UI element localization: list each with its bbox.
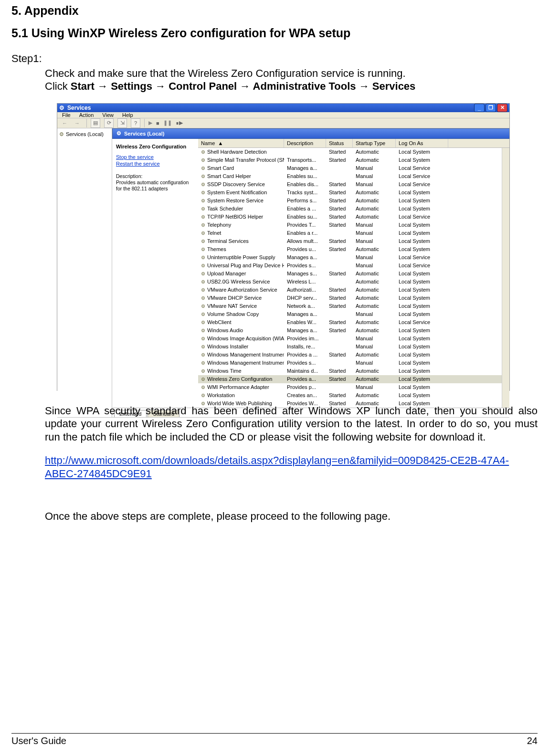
menu-action[interactable]: Action <box>79 112 94 118</box>
nav-prefix: Click <box>45 80 71 92</box>
list-header[interactable]: Name ▲ Description Status Startup Type L… <box>198 139 509 148</box>
window-title: Services <box>67 105 91 111</box>
service-row[interactable]: Volume Shadow CopyManages a...ManualLoca… <box>198 310 509 318</box>
menu-bar: File Action View Help <box>57 112 509 118</box>
footer-left: User's Guide <box>11 735 66 746</box>
nav-arrow-2: → <box>152 80 169 92</box>
minimize-button[interactable]: _ <box>474 104 485 112</box>
service-row[interactable]: Universal Plug and Play Device HostProvi… <box>198 262 509 270</box>
heading-appendix: 5. Appendix <box>11 4 538 18</box>
service-row[interactable]: TCP/IP NetBIOS HelperEnables su...Starte… <box>198 213 509 221</box>
patch-url-link[interactable]: http://www.microsoft.com/downloads/detai… <box>45 454 509 480</box>
col-startup[interactable]: Startup Type <box>353 139 396 147</box>
final-paragraph: Once the above steps are complete, pleas… <box>45 510 538 523</box>
menu-help[interactable]: Help <box>122 112 133 118</box>
service-row[interactable]: Windows TimeMaintains d...StartedAutomat… <box>198 367 509 375</box>
col-status[interactable]: Status <box>326 139 353 147</box>
tree-root-label: Services (Local) <box>66 131 104 137</box>
toolbar-stop-icon[interactable]: ■ <box>156 120 159 126</box>
service-row[interactable]: WorkstationCreates an...StartedAutomatic… <box>198 391 509 399</box>
service-row[interactable]: Terminal ServicesAllows mult...StartedMa… <box>198 237 509 245</box>
description-text: Provides automatic configuration for the… <box>116 179 194 192</box>
service-row[interactable]: Windows AudioManages a...StartedAutomati… <box>198 326 509 335</box>
gear-icon: ⚙ <box>116 130 121 136</box>
toolbar-restart-icon[interactable]: ∎▶ <box>176 120 183 126</box>
nav-arrow-4: → <box>356 80 372 92</box>
col-logon[interactable]: Log On As <box>396 139 448 147</box>
menu-view[interactable]: View <box>102 112 114 118</box>
toolbar-play-icon[interactable]: ▶ <box>148 120 152 126</box>
panel-header-label: Services (Local) <box>124 131 164 136</box>
service-row[interactable]: Smart CardManages a...ManualLocal Servic… <box>198 164 509 172</box>
menu-file[interactable]: File <box>62 112 71 118</box>
nav-admin: Administrative Tools <box>253 80 356 92</box>
nav-start: Start <box>71 80 95 92</box>
col-description[interactable]: Description <box>284 139 326 147</box>
nav-arrow-3: → <box>237 80 253 92</box>
toolbar: ← → ▤ ⟳ ⇲ ? ▶ ■ ❚❚ ∎▶ <box>57 118 509 128</box>
col-name[interactable]: Name ▲ <box>198 139 284 147</box>
tree-root-node[interactable]: ⚙Services (Local) <box>59 131 110 137</box>
service-row[interactable]: System Restore ServicePerforms s...Start… <box>198 197 509 205</box>
service-row[interactable]: Windows Management Instrumenta...Provide… <box>198 359 509 367</box>
service-row[interactable]: ThemesProvides u...StartedAutomaticLocal… <box>198 245 509 253</box>
update-paragraph: Since WPA security standard has been def… <box>45 404 538 444</box>
services-list[interactable]: Name ▲ Description Status Startup Type L… <box>198 139 509 408</box>
service-row[interactable]: Upload ManagerManages s...StartedAutomat… <box>198 270 509 278</box>
restart-service-link[interactable]: Restart the service <box>116 161 194 167</box>
detail-pane: Wireless Zero Configuration Stop the ser… <box>112 139 198 408</box>
gear-icon: ⚙ <box>59 131 64 137</box>
nav-settings: Settings <box>111 80 152 92</box>
toolbar-pause-icon[interactable]: ❚❚ <box>163 120 172 126</box>
selected-service-name: Wireless Zero Configuration <box>116 144 194 149</box>
page-footer: User's Guide 24 <box>11 733 538 746</box>
service-row[interactable]: Smart Card HelperEnables su...ManualLoca… <box>198 172 509 180</box>
services-screenshot: ⚙ Services _ ❐ ✕ File Action View Help ←… <box>57 103 510 391</box>
service-row[interactable]: WebClientEnables W...StartedAutomaticLoc… <box>198 318 509 326</box>
service-row[interactable]: Windows InstallerInstalls, re...ManualLo… <box>198 343 509 351</box>
service-row[interactable]: Uninterruptible Power SupplyManages a...… <box>198 253 509 262</box>
service-row[interactable]: VMware Authorization ServiceAuthorizati.… <box>198 286 509 294</box>
toolbar-export-icon[interactable]: ⇲ <box>117 118 127 128</box>
service-row[interactable]: Wireless Zero ConfigurationProvides a...… <box>198 375 509 383</box>
service-row[interactable]: System Event NotificationTracks syst...S… <box>198 189 509 197</box>
service-row[interactable]: World Wide Web PublishingProvides W...St… <box>198 399 509 408</box>
service-row[interactable]: USB2.0G Wireless ServiceWireless L...Aut… <box>198 278 509 286</box>
gear-icon: ⚙ <box>59 105 64 111</box>
service-row[interactable]: Simple Mail Transfer Protocol (SMTP)Tran… <box>198 156 509 164</box>
service-row[interactable]: Task SchedulerEnables a ...StartedAutoma… <box>198 205 509 213</box>
service-row[interactable]: TelnetEnables a r...ManualLocal System <box>198 229 509 237</box>
window-titlebar[interactable]: ⚙ Services _ ❐ ✕ <box>57 104 509 112</box>
scrollbar[interactable] <box>502 148 509 408</box>
tree-pane[interactable]: ⚙Services (Local) <box>57 128 112 417</box>
footer-right: 24 <box>527 735 538 746</box>
service-row[interactable]: VMware NAT ServiceNetwork a...StartedAut… <box>198 302 509 310</box>
service-row[interactable]: WMI Performance AdapterProvides p...Manu… <box>198 383 509 391</box>
service-row[interactable]: VMware DHCP ServiceDHCP serv...StartedAu… <box>198 294 509 302</box>
heading-section: 5.1 Using WinXP Wireless Zero configurat… <box>11 26 538 40</box>
nav-arrow-1: → <box>95 80 111 92</box>
nav-services: Services <box>372 80 416 92</box>
step1-navpath: Click Start → Settings → Control Panel →… <box>45 80 538 93</box>
panel-header: ⚙ Services (Local) <box>112 128 509 139</box>
toolbar-help-icon[interactable]: ? <box>131 118 140 128</box>
service-row[interactable]: Windows Image Acquisition (WIA)Provides … <box>198 335 509 343</box>
description-label: Description: <box>116 173 194 179</box>
step1-line1: Check and make sure that the Wireless Ze… <box>45 67 538 80</box>
service-row[interactable]: Shell Hardware DetectionStartedAutomatic… <box>198 148 509 156</box>
nav-back-forward-icon[interactable]: ← → <box>62 120 83 126</box>
stop-service-link[interactable]: Stop the service <box>116 154 194 160</box>
close-button[interactable]: ✕ <box>497 104 507 112</box>
toolbar-refresh-icon[interactable]: ⟳ <box>104 118 114 128</box>
service-row[interactable]: SSDP Discovery ServiceEnables dis...Star… <box>198 180 509 189</box>
nav-cpl: Control Panel <box>169 80 237 92</box>
service-row[interactable]: Windows Management Instrumenta...Provide… <box>198 351 509 359</box>
maximize-button[interactable]: ❐ <box>486 104 496 112</box>
step1-label: Step1: <box>11 52 538 65</box>
service-row[interactable]: TelephonyProvides T...StartedManualLocal… <box>198 221 509 229</box>
toolbar-props-icon[interactable]: ▤ <box>91 118 100 128</box>
